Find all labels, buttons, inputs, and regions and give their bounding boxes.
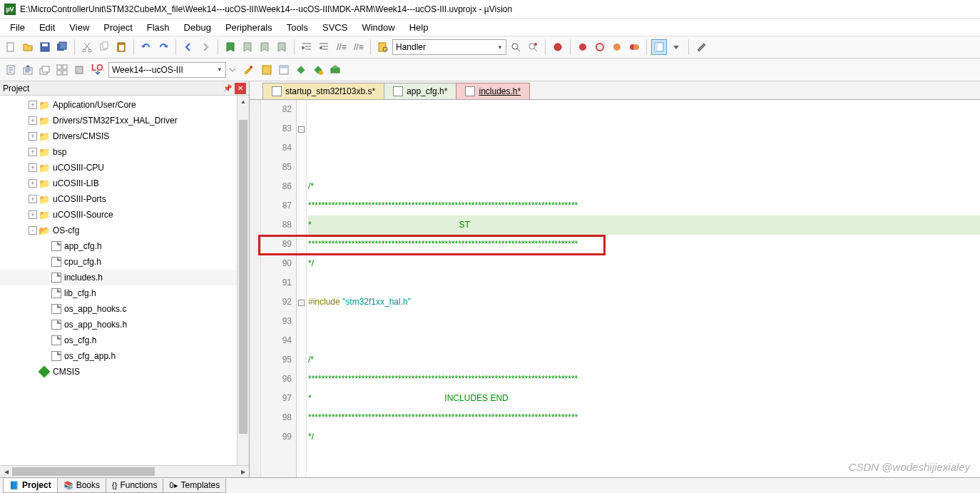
expand-icon[interactable]: + bbox=[29, 210, 37, 219]
paste-button[interactable] bbox=[113, 39, 129, 55]
editor-tab[interactable]: includes.h* bbox=[456, 83, 530, 99]
pack-installer-button[interactable] bbox=[310, 62, 326, 78]
tree-item[interactable]: +📁Drivers/CMSIS bbox=[0, 128, 249, 144]
batch-build-button[interactable] bbox=[54, 62, 70, 78]
editor-tab[interactable]: app_cfg.h* bbox=[384, 83, 456, 99]
open-file-button[interactable] bbox=[20, 39, 36, 55]
tree-item[interactable]: os_app_hooks.c bbox=[0, 301, 249, 317]
redo-button[interactable] bbox=[155, 39, 171, 55]
code-line[interactable] bbox=[308, 273, 980, 293]
tree-item[interactable]: -📂OS-cfg bbox=[0, 223, 249, 238]
tree-item[interactable]: cpu_cfg.h bbox=[0, 254, 249, 270]
tree-item[interactable]: os_app_hooks.h bbox=[0, 317, 249, 332]
expand-icon[interactable]: + bbox=[29, 132, 37, 141]
code-line[interactable]: ****************************************… bbox=[308, 370, 980, 389]
project-tree[interactable]: +📁Application/User/Core+📁Drivers/STM32F1… bbox=[0, 96, 249, 465]
code-line[interactable] bbox=[308, 447, 980, 466]
tree-item[interactable]: +📁bsp bbox=[0, 144, 249, 160]
editor-tab[interactable]: startup_stm32f103xb.s* bbox=[262, 83, 384, 99]
breakpoint-disable-button[interactable] bbox=[609, 39, 625, 55]
code-line[interactable] bbox=[308, 331, 980, 350]
fold-cell[interactable]: - bbox=[297, 119, 306, 138]
target-combo[interactable]: Week14---ucOS-III ▼ bbox=[108, 62, 226, 78]
code-line[interactable]: /* bbox=[308, 350, 980, 370]
tree-item[interactable]: +📁uCOSIII-Ports bbox=[0, 191, 249, 207]
find-in-files-button[interactable] bbox=[375, 39, 391, 55]
bookmark-toggle-button[interactable] bbox=[223, 39, 238, 55]
code-lines[interactable]: /***************************************… bbox=[307, 100, 980, 477]
find-next-button[interactable] bbox=[508, 39, 524, 55]
fold-toggle-icon[interactable]: - bbox=[298, 126, 305, 133]
tree-item[interactable]: lib_cfg.h bbox=[0, 285, 249, 301]
config-dropdown-button[interactable] bbox=[668, 39, 684, 55]
close-icon[interactable]: ✕ bbox=[235, 83, 246, 94]
find-combo[interactable]: Handler ▼ bbox=[392, 39, 506, 55]
save-all-button[interactable] bbox=[54, 39, 70, 55]
copy-button[interactable] bbox=[96, 39, 112, 55]
manage-rte-button[interactable] bbox=[276, 62, 292, 78]
incremental-find-button[interactable] bbox=[525, 39, 541, 55]
indent-button[interactable] bbox=[299, 39, 315, 55]
breakpoint-insert-button[interactable] bbox=[575, 39, 591, 55]
nav-forward-button[interactable] bbox=[198, 39, 213, 55]
code-line[interactable] bbox=[308, 158, 980, 177]
menu-file[interactable]: File bbox=[3, 20, 32, 35]
nav-back-button[interactable] bbox=[180, 39, 196, 55]
code-line[interactable]: * INCLUDES END bbox=[308, 389, 980, 408]
file-extensions-button[interactable] bbox=[259, 62, 275, 78]
menu-help[interactable]: Help bbox=[402, 20, 436, 35]
code-line[interactable]: ****************************************… bbox=[308, 235, 980, 254]
fold-strip[interactable]: - - bbox=[297, 100, 307, 477]
menu-edit[interactable]: Edit bbox=[32, 20, 62, 35]
rebuild-button[interactable] bbox=[37, 62, 53, 78]
tree-item[interactable]: +📁uCOSIII-LIB bbox=[0, 176, 249, 191]
stop-build-button[interactable] bbox=[71, 62, 87, 78]
code-line[interactable]: */ bbox=[308, 254, 980, 273]
tree-item[interactable]: +📁Application/User/Core bbox=[0, 97, 249, 113]
outdent-button[interactable] bbox=[316, 39, 332, 55]
code-area[interactable]: 828384858687888990919293949596979899 - -… bbox=[250, 100, 980, 477]
fold-toggle-icon[interactable]: - bbox=[298, 300, 305, 306]
configure-button[interactable] bbox=[693, 39, 709, 55]
debug-button[interactable] bbox=[550, 39, 566, 55]
menu-view[interactable]: View bbox=[62, 20, 96, 35]
vertical-scrollbar[interactable]: ▲ bbox=[237, 96, 249, 465]
expand-icon[interactable]: + bbox=[29, 163, 37, 172]
download-button[interactable]: LOAD bbox=[90, 62, 106, 78]
new-file-button[interactable] bbox=[3, 39, 19, 55]
code-line[interactable]: #include "stm32f1xx_hal.h" bbox=[308, 293, 980, 312]
bookmark-clear-button[interactable] bbox=[274, 39, 290, 55]
tree-item[interactable]: app_cfg.h bbox=[0, 238, 249, 254]
menu-peripherals[interactable]: Peripherals bbox=[218, 20, 280, 35]
expand-icon[interactable]: + bbox=[29, 116, 37, 125]
menu-project[interactable]: Project bbox=[96, 20, 139, 35]
menu-tools[interactable]: Tools bbox=[280, 20, 315, 35]
code-line[interactable]: * ST bbox=[308, 215, 980, 235]
collapse-icon[interactable]: - bbox=[29, 226, 37, 235]
horizontal-scrollbar[interactable]: ◀ ▶ bbox=[0, 465, 249, 477]
breakpoint-kill-button[interactable] bbox=[626, 39, 642, 55]
code-line[interactable]: ****************************************… bbox=[308, 196, 980, 215]
expand-icon[interactable]: + bbox=[29, 179, 37, 188]
bookmark-prev-button[interactable] bbox=[240, 39, 255, 55]
project-window-button[interactable] bbox=[651, 39, 667, 55]
tree-item[interactable]: +📁uCOSIII-Source bbox=[0, 207, 249, 223]
tree-item[interactable]: +📁Drivers/STM32F1xx_HAL_Driver bbox=[0, 113, 249, 128]
pin-icon[interactable]: 📌 bbox=[222, 83, 233, 94]
chevron-down-icon[interactable] bbox=[228, 62, 238, 78]
bookmark-next-button[interactable] bbox=[257, 39, 272, 55]
bottom-tab-functions[interactable]: {}Functions bbox=[106, 479, 163, 493]
scroll-left-icon[interactable]: ◀ bbox=[0, 466, 12, 477]
tree-item[interactable]: os_cfg.h bbox=[0, 332, 249, 348]
expand-icon[interactable]: + bbox=[29, 195, 37, 203]
undo-button[interactable] bbox=[138, 39, 154, 55]
tree-item[interactable]: os_cfg_app.h bbox=[0, 348, 249, 364]
code-line[interactable] bbox=[308, 312, 980, 331]
manage-mlayer-button[interactable] bbox=[327, 62, 343, 78]
expand-icon[interactable]: + bbox=[29, 101, 37, 109]
uncomment-button[interactable]: //≡ bbox=[350, 39, 366, 55]
code-line[interactable] bbox=[308, 466, 980, 477]
scroll-right-icon[interactable]: ▶ bbox=[237, 466, 249, 477]
code-line[interactable]: /* bbox=[308, 177, 980, 196]
bottom-tab-templates[interactable]: 0▸Templates bbox=[163, 479, 226, 493]
